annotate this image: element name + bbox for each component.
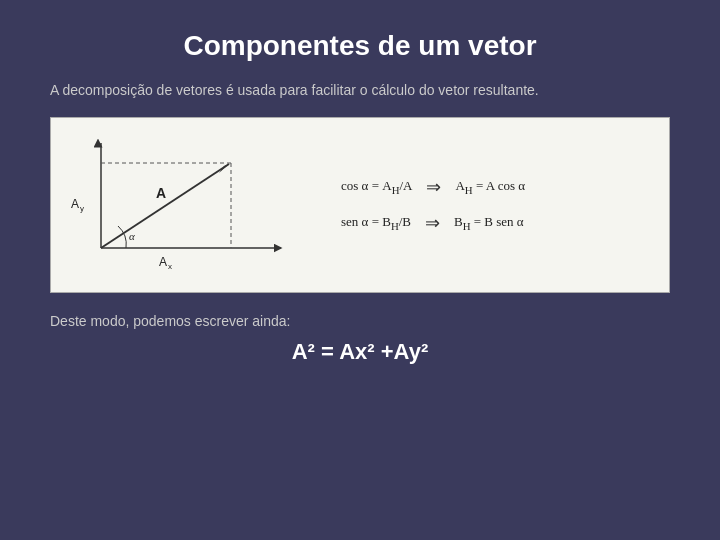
vector-diagram: A A y A x α [61,128,321,282]
content-box: A A y A x α [50,117,670,293]
slide-description: A decomposição de vetores é usada para f… [50,80,670,101]
formula1-right: AH = A cos α [455,178,525,196]
svg-text:x: x [168,262,172,271]
formula2-right: BH = B sen α [454,214,524,232]
formula1-arrow: ⇒ [426,176,441,198]
svg-line-4 [101,164,229,248]
svg-text:A: A [71,197,79,211]
formula2-left: sen α = BH/B [341,214,411,232]
svg-text:y: y [80,204,84,213]
formula2-arrow: ⇒ [425,212,440,234]
formulas-section: cos α = AH/A ⇒ AH = A cos α sen α = BH/B… [321,176,659,234]
svg-text:A: A [156,185,166,201]
slide: Componentes de um vetor A decomposição d… [0,0,720,540]
math-result: A² = Ax² +Ay² [50,339,670,365]
svg-text:A: A [159,255,167,269]
formula-row-2: sen α = BH/B ⇒ BH = B sen α [341,212,659,234]
formula1-left: cos α = AH/A [341,178,412,196]
slide-title: Componentes de um vetor [183,30,536,62]
bottom-text: Deste modo, podemos escrever ainda: [50,313,670,329]
svg-text:α: α [129,230,135,242]
formula-row-1: cos α = AH/A ⇒ AH = A cos α [341,176,659,198]
